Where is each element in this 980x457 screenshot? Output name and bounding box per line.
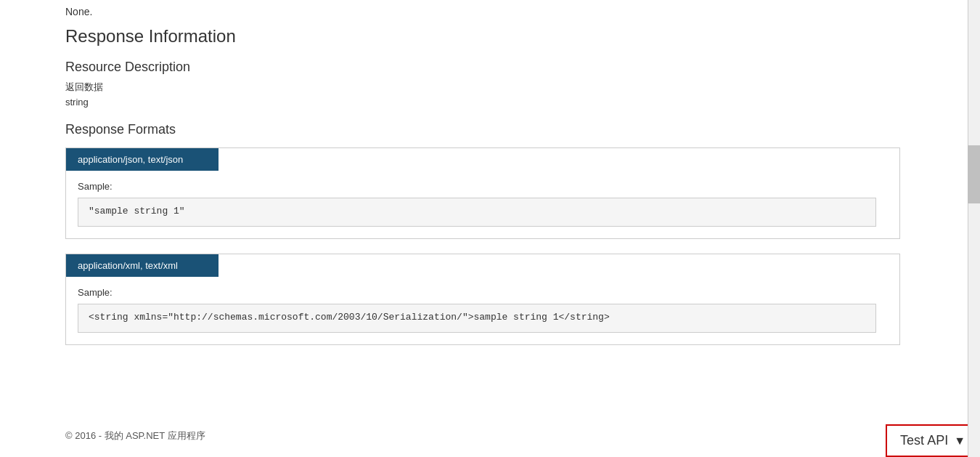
json-code-box: "sample string 1" — [78, 198, 876, 227]
none-text: None. — [65, 6, 915, 17]
footer-text: © 2016 - 我的 ASP.NET 应用程序 — [65, 430, 205, 441]
resource-desc-title: Resource Description — [65, 60, 915, 75]
json-tab-label: application/json, text/json — [78, 154, 183, 165]
test-api-button[interactable]: Test API ▼ — [886, 424, 980, 457]
return-data-label: 返回数据 — [65, 81, 915, 94]
test-api-label: Test API — [900, 433, 948, 448]
scrollbar-track — [968, 0, 980, 457]
json-sample-label: Sample: — [78, 181, 888, 192]
response-info-title: Response Information — [65, 26, 915, 46]
xml-sample-label: Sample: — [78, 287, 888, 298]
xml-format-section: application/xml, text/xml Sample: <strin… — [65, 254, 900, 345]
scrollbar-thumb[interactable] — [968, 145, 980, 203]
footer: © 2016 - 我的 ASP.NET 应用程序 — [65, 429, 205, 442]
string-type: string — [65, 97, 915, 108]
xml-format-content: Sample: <string xmlns="http://schemas.mi… — [66, 277, 899, 344]
xml-format-tab: application/xml, text/xml — [66, 254, 219, 277]
json-format-section: application/json, text/json Sample: "sam… — [65, 147, 900, 239]
xml-code-box: <string xmlns="http://schemas.microsoft.… — [78, 304, 876, 333]
chevron-down-icon: ▼ — [954, 434, 965, 448]
xml-tab-label: application/xml, text/xml — [78, 260, 178, 271]
json-format-tab: application/json, text/json — [66, 148, 219, 171]
response-formats-title: Response Formats — [65, 122, 915, 137]
main-content: None. Response Information Resource Desc… — [0, 0, 980, 345]
json-format-content: Sample: "sample string 1" — [66, 171, 899, 238]
